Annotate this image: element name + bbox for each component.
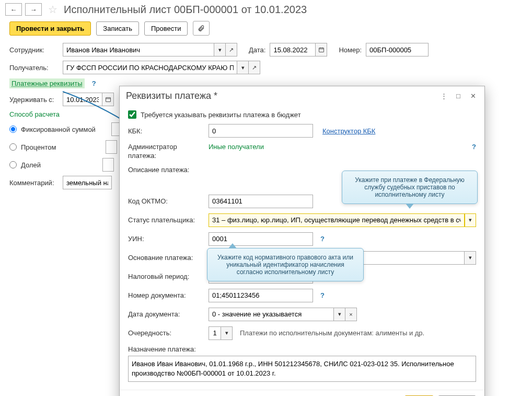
doc-date-dropdown[interactable]: ▾ — [334, 308, 345, 321]
withhold-input[interactable] — [63, 93, 102, 106]
priority-label: Очередность: — [128, 329, 204, 337]
uin-label: УИН: — [128, 235, 204, 243]
budget-checkbox[interactable] — [128, 110, 136, 119]
calendar-icon — [105, 96, 111, 103]
calendar-icon — [318, 47, 325, 53]
doc-num-input[interactable] — [209, 289, 313, 302]
payer-status-input[interactable] — [209, 213, 465, 227]
dialog-more-button[interactable]: ⋮ — [438, 91, 449, 101]
admin-help-icon[interactable]: ? — [472, 143, 476, 151]
percent-input[interactable] — [106, 140, 117, 154]
save-button[interactable]: Записать — [96, 21, 139, 36]
employee-open-button[interactable]: ↗ — [226, 43, 237, 56]
attach-button[interactable] — [193, 21, 210, 36]
comment-label: Комментарий: — [9, 179, 59, 187]
radio-percent-label: Процентом — [21, 143, 56, 151]
back-button[interactable]: ← — [5, 3, 22, 16]
page-title: Исполнительный лист 00БП-000001 от 10.01… — [64, 4, 307, 16]
employee-label: Сотрудник: — [9, 46, 59, 54]
basis-dropdown[interactable]: ▾ — [465, 251, 476, 265]
number-input[interactable] — [366, 43, 429, 56]
recipient-open-button[interactable]: ↗ — [249, 61, 260, 74]
number-label: Номер: — [339, 46, 362, 54]
oktmo-label: Код ОКТМО: — [128, 197, 204, 205]
svg-rect-1 — [106, 98, 110, 102]
radio-percent[interactable] — [9, 143, 17, 151]
payment-requisites-link[interactable]: Платежные реквизиты — [9, 78, 85, 88]
oktmo-input[interactable] — [209, 195, 313, 208]
dialog-title: Реквизиты платежа * — [126, 90, 217, 101]
dialog-footer: OK Отмена — [120, 390, 484, 396]
employee-dropdown-button[interactable]: ▾ — [214, 43, 226, 56]
kbk-input[interactable] — [209, 124, 313, 138]
doc-date-input[interactable] — [209, 308, 334, 321]
radio-fixed-label: Фиксированной суммой — [21, 126, 96, 133]
favorite-star-icon[interactable]: ☆ — [48, 3, 57, 16]
uin-input[interactable] — [209, 232, 313, 246]
kbk-label: КБК: — [128, 127, 204, 135]
priority-desc: Платежи по исполнительным документам: ал… — [240, 329, 424, 337]
radio-share-label: Долей — [21, 161, 41, 169]
uin-help-icon[interactable]: ? — [320, 235, 325, 243]
help-icon[interactable]: ? — [92, 80, 96, 87]
admin-value: Иные получатели — [209, 143, 264, 151]
priority-dropdown[interactable]: ▾ — [221, 326, 233, 340]
recipient-label: Получатель: — [9, 64, 59, 72]
purpose-label: Назначение платежа: — [128, 345, 196, 353]
payer-status-dropdown[interactable]: ▾ — [465, 213, 476, 227]
withhold-label: Удерживать с: — [9, 96, 59, 104]
recipient-row: Получатель: ▾ ↗ — [0, 59, 532, 76]
status-label: Статус плательщика: — [128, 216, 204, 224]
kbk-constructor-link[interactable]: Конструктор КБК — [322, 127, 375, 135]
date-input[interactable] — [270, 43, 316, 56]
recipient-input[interactable] — [63, 61, 237, 74]
purpose-textarea[interactable] — [128, 356, 476, 382]
doc-num-help-icon[interactable]: ? — [320, 291, 325, 299]
comment-input[interactable] — [63, 176, 112, 189]
paperclip-icon — [198, 25, 205, 32]
dialog-close-button[interactable]: ✕ — [468, 91, 478, 101]
date-picker-button[interactable] — [316, 43, 327, 56]
tax-period-label: Налоговый период: — [128, 273, 204, 280]
payment-requisites-dialog: Реквизиты платежа * ⋮ □ ✕ Требуется указ… — [119, 86, 485, 396]
submit-button[interactable]: Провести — [144, 21, 188, 36]
svg-rect-0 — [319, 48, 323, 52]
dialog-header: Реквизиты платежа * ⋮ □ ✕ — [120, 86, 484, 106]
radio-share[interactable] — [9, 161, 17, 168]
priority-input[interactable] — [209, 326, 221, 340]
dialog-maximize-button[interactable]: □ — [453, 91, 464, 101]
date-label: Дата: — [249, 46, 265, 54]
employee-input[interactable] — [63, 43, 214, 56]
callout-payer-status: Укажите при платеже в Федеральную службу… — [342, 171, 478, 204]
employee-row: Сотрудник: ▾ ↗ Дата: Номер: — [0, 41, 532, 59]
forward-button[interactable]: → — [25, 3, 42, 16]
doc-date-clear[interactable]: × — [345, 308, 357, 321]
withhold-date-button[interactable] — [102, 93, 114, 106]
desc-label: Описание платежа: — [128, 166, 204, 174]
main-toolbar: Провести и закрыть Записать Провести — [0, 19, 532, 41]
budget-checkbox-label: Требуется указывать реквизиты платежа в … — [141, 111, 301, 119]
share-input[interactable] — [102, 158, 114, 172]
radio-fixed[interactable] — [9, 126, 17, 133]
admin-label: Администратор платежа: — [128, 143, 204, 161]
doc-date-label: Дата документа: — [128, 310, 204, 318]
callout-uin: Укажите код нормативного правового акта … — [207, 248, 364, 281]
submit-close-button[interactable]: Провести и закрыть — [9, 21, 91, 36]
basis-label: Основание платежа: — [128, 254, 204, 262]
doc-num-label: Номер документа: — [128, 291, 204, 299]
nav-toolbar: ← → ☆ Исполнительный лист 00БП-000001 от… — [0, 0, 532, 19]
recipient-dropdown-button[interactable]: ▾ — [237, 61, 249, 74]
